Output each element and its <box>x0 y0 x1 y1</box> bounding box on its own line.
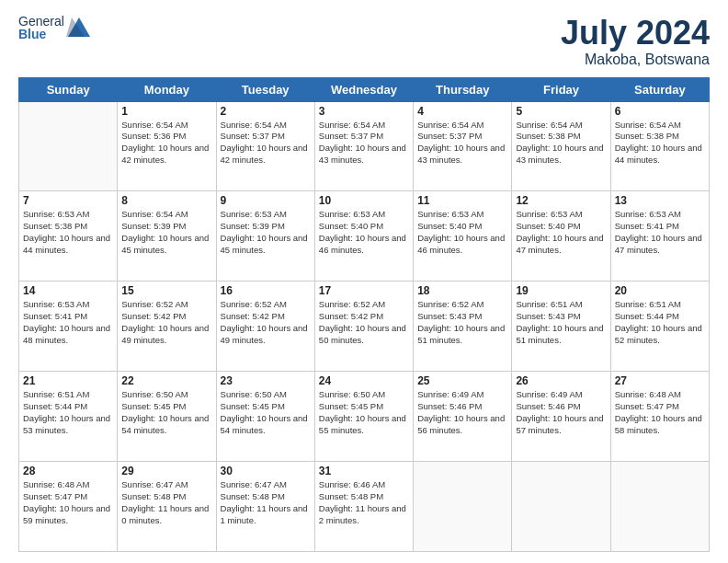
day-info: Sunrise: 6:54 AM Sunset: 5:38 PM Dayligh… <box>516 120 606 167</box>
table-row: 10Sunrise: 6:53 AM Sunset: 5:40 PM Dayli… <box>314 191 413 282</box>
day-number: 31 <box>319 465 409 477</box>
day-number: 19 <box>516 284 606 297</box>
table-row: 8Sunrise: 6:54 AM Sunset: 5:39 PM Daylig… <box>118 191 216 282</box>
day-info: Sunrise: 6:53 AM Sunset: 5:39 PM Dayligh… <box>221 209 311 256</box>
day-info: Sunrise: 6:51 AM Sunset: 5:44 PM Dayligh… <box>23 389 113 436</box>
table-row: 24Sunrise: 6:50 AM Sunset: 5:45 PM Dayli… <box>314 372 413 462</box>
day-number: 13 <box>615 194 705 207</box>
day-info: Sunrise: 6:54 AM Sunset: 5:37 PM Dayligh… <box>417 120 507 167</box>
table-row: 31Sunrise: 6:46 AM Sunset: 5:48 PM Dayli… <box>314 462 413 552</box>
day-info: Sunrise: 6:51 AM Sunset: 5:44 PM Dayligh… <box>615 299 705 346</box>
logo: General Blue <box>18 15 92 40</box>
table-row: 26Sunrise: 6:49 AM Sunset: 5:46 PM Dayli… <box>512 372 610 462</box>
table-row: 22Sunrise: 6:50 AM Sunset: 5:45 PM Dayli… <box>118 372 216 462</box>
calendar-week-row: 28Sunrise: 6:48 AM Sunset: 5:47 PM Dayli… <box>19 462 710 552</box>
table-row: 3Sunrise: 6:54 AM Sunset: 5:37 PM Daylig… <box>314 101 413 191</box>
day-number: 15 <box>121 284 211 297</box>
col-sunday: Sunday <box>19 77 118 101</box>
day-number: 29 <box>121 465 211 477</box>
day-info: Sunrise: 6:53 AM Sunset: 5:40 PM Dayligh… <box>417 209 507 256</box>
table-row: 7Sunrise: 6:53 AM Sunset: 5:38 PM Daylig… <box>19 191 118 282</box>
day-number: 4 <box>417 105 507 118</box>
day-number: 26 <box>516 374 606 387</box>
day-info: Sunrise: 6:47 AM Sunset: 5:48 PM Dayligh… <box>221 479 311 526</box>
day-number: 12 <box>516 194 606 207</box>
table-row: 30Sunrise: 6:47 AM Sunset: 5:48 PM Dayli… <box>216 462 314 552</box>
day-info: Sunrise: 6:48 AM Sunset: 5:47 PM Dayligh… <box>23 479 113 526</box>
day-number: 7 <box>23 194 113 207</box>
day-info: Sunrise: 6:54 AM Sunset: 5:38 PM Dayligh… <box>615 120 705 167</box>
calendar: Sunday Monday Tuesday Wednesday Thursday… <box>18 77 710 552</box>
day-number: 21 <box>23 374 113 387</box>
day-number: 14 <box>23 284 113 297</box>
day-info: Sunrise: 6:52 AM Sunset: 5:43 PM Dayligh… <box>417 299 507 346</box>
logo-blue-text: Blue <box>18 28 64 40</box>
day-number: 24 <box>319 374 409 387</box>
table-row: 20Sunrise: 6:51 AM Sunset: 5:44 PM Dayli… <box>610 282 709 372</box>
day-number: 20 <box>615 284 705 297</box>
day-info: Sunrise: 6:52 AM Sunset: 5:42 PM Dayligh… <box>319 299 409 346</box>
calendar-week-row: 21Sunrise: 6:51 AM Sunset: 5:44 PM Dayli… <box>19 372 710 462</box>
day-number: 16 <box>221 284 311 297</box>
day-info: Sunrise: 6:54 AM Sunset: 5:39 PM Dayligh… <box>121 209 211 256</box>
day-number: 8 <box>121 194 211 207</box>
calendar-week-row: 14Sunrise: 6:53 AM Sunset: 5:41 PM Dayli… <box>19 282 710 372</box>
day-info: Sunrise: 6:53 AM Sunset: 5:40 PM Dayligh… <box>516 209 606 256</box>
day-info: Sunrise: 6:49 AM Sunset: 5:46 PM Dayligh… <box>417 389 507 436</box>
logo-general-text: General <box>18 15 64 28</box>
col-tuesday: Tuesday <box>216 77 314 101</box>
day-number: 28 <box>23 465 113 477</box>
table-row: 4Sunrise: 6:54 AM Sunset: 5:37 PM Daylig… <box>414 101 512 191</box>
logo-icon <box>66 15 92 40</box>
table-row: 14Sunrise: 6:53 AM Sunset: 5:41 PM Dayli… <box>19 282 118 372</box>
table-row <box>512 462 610 552</box>
day-info: Sunrise: 6:49 AM Sunset: 5:46 PM Dayligh… <box>516 389 606 436</box>
header: General Blue July 2024 Makoba, Botswana <box>18 15 710 68</box>
day-number: 1 <box>121 105 211 118</box>
table-row <box>19 101 118 191</box>
table-row: 19Sunrise: 6:51 AM Sunset: 5:43 PM Dayli… <box>512 282 610 372</box>
table-row: 29Sunrise: 6:47 AM Sunset: 5:48 PM Dayli… <box>118 462 216 552</box>
col-monday: Monday <box>118 77 216 101</box>
day-info: Sunrise: 6:53 AM Sunset: 5:41 PM Dayligh… <box>615 209 705 256</box>
table-row: 17Sunrise: 6:52 AM Sunset: 5:42 PM Dayli… <box>314 282 413 372</box>
title-block: July 2024 Makoba, Botswana <box>561 15 710 68</box>
col-thursday: Thursday <box>414 77 512 101</box>
calendar-week-row: 1Sunrise: 6:54 AM Sunset: 5:36 PM Daylig… <box>19 101 710 191</box>
table-row <box>610 462 709 552</box>
table-row: 25Sunrise: 6:49 AM Sunset: 5:46 PM Dayli… <box>414 372 512 462</box>
calendar-header-row: Sunday Monday Tuesday Wednesday Thursday… <box>19 77 710 101</box>
day-number: 2 <box>221 105 311 118</box>
table-row: 2Sunrise: 6:54 AM Sunset: 5:37 PM Daylig… <box>216 101 314 191</box>
day-number: 27 <box>615 374 705 387</box>
table-row: 12Sunrise: 6:53 AM Sunset: 5:40 PM Dayli… <box>512 191 610 282</box>
col-friday: Friday <box>512 77 610 101</box>
day-number: 23 <box>221 374 311 387</box>
day-info: Sunrise: 6:50 AM Sunset: 5:45 PM Dayligh… <box>221 389 311 436</box>
table-row: 18Sunrise: 6:52 AM Sunset: 5:43 PM Dayli… <box>414 282 512 372</box>
day-number: 11 <box>417 194 507 207</box>
day-info: Sunrise: 6:47 AM Sunset: 5:48 PM Dayligh… <box>121 479 211 526</box>
day-number: 5 <box>516 105 606 118</box>
day-info: Sunrise: 6:46 AM Sunset: 5:48 PM Dayligh… <box>319 479 409 526</box>
col-wednesday: Wednesday <box>314 77 413 101</box>
day-number: 30 <box>221 465 311 477</box>
table-row: 15Sunrise: 6:52 AM Sunset: 5:42 PM Dayli… <box>118 282 216 372</box>
subtitle: Makoba, Botswana <box>561 52 710 68</box>
table-row: 23Sunrise: 6:50 AM Sunset: 5:45 PM Dayli… <box>216 372 314 462</box>
table-row: 16Sunrise: 6:52 AM Sunset: 5:42 PM Dayli… <box>216 282 314 372</box>
day-info: Sunrise: 6:54 AM Sunset: 5:37 PM Dayligh… <box>319 120 409 167</box>
table-row: 11Sunrise: 6:53 AM Sunset: 5:40 PM Dayli… <box>414 191 512 282</box>
table-row: 6Sunrise: 6:54 AM Sunset: 5:38 PM Daylig… <box>610 101 709 191</box>
day-info: Sunrise: 6:54 AM Sunset: 5:36 PM Dayligh… <box>121 120 211 167</box>
main-title: July 2024 <box>561 15 710 52</box>
day-number: 22 <box>121 374 211 387</box>
day-info: Sunrise: 6:53 AM Sunset: 5:38 PM Dayligh… <box>23 209 113 256</box>
day-info: Sunrise: 6:50 AM Sunset: 5:45 PM Dayligh… <box>319 389 409 436</box>
day-number: 18 <box>417 284 507 297</box>
table-row: 27Sunrise: 6:48 AM Sunset: 5:47 PM Dayli… <box>610 372 709 462</box>
table-row: 28Sunrise: 6:48 AM Sunset: 5:47 PM Dayli… <box>19 462 118 552</box>
day-info: Sunrise: 6:52 AM Sunset: 5:42 PM Dayligh… <box>221 299 311 346</box>
day-info: Sunrise: 6:54 AM Sunset: 5:37 PM Dayligh… <box>221 120 311 167</box>
table-row: 5Sunrise: 6:54 AM Sunset: 5:38 PM Daylig… <box>512 101 610 191</box>
